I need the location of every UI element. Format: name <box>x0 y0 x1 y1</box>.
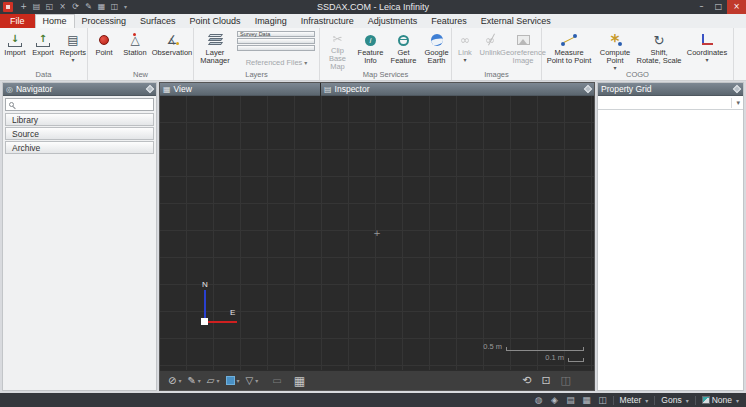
edit-icon[interactable]: ✎ <box>82 0 95 14</box>
ribbon-group-layers: Layer Manager Survey Data Referenced Fil… <box>194 28 320 80</box>
draw-tool-button[interactable]: ✎▾ <box>184 375 203 386</box>
tab-infrastructure[interactable]: Infrastructure <box>294 14 361 28</box>
canvas-center-marker: + <box>373 228 381 238</box>
tab-processing[interactable]: Processing <box>75 14 134 28</box>
tab-imaging[interactable]: Imaging <box>248 14 294 28</box>
ribbon: ↓ Import ↑ Export ▤ Reports ▾ Data Point… <box>0 28 746 81</box>
tab-surfaces[interactable]: Surfaces <box>133 14 183 28</box>
feature-info-button[interactable]: i Feature Info <box>354 29 387 71</box>
search-input[interactable] <box>17 100 150 109</box>
new-document-icon[interactable]: + <box>17 0 30 14</box>
compute-point-button[interactable]: * Compute Point ▾ <box>595 29 635 71</box>
view-headers: ▦ View ▤ Inspector <box>160 83 594 96</box>
tab-external-services[interactable]: External Services <box>474 14 558 28</box>
window-controls: – □ × <box>693 0 746 14</box>
maximize-button[interactable]: □ <box>710 0 727 14</box>
tab-adjustments[interactable]: Adjustments <box>361 14 425 28</box>
sidebar-item-archive[interactable]: Archive <box>5 141 154 154</box>
scale-primary-bracket <box>506 347 584 351</box>
compass-origin <box>201 318 208 325</box>
layer-manager-button[interactable]: Layer Manager <box>195 29 235 71</box>
import-button[interactable]: ↓ Import <box>1 29 29 71</box>
lock-view-button[interactable]: ◫ <box>561 374 571 387</box>
new-point-button[interactable]: Point <box>89 29 119 71</box>
coordinate-system-value: None <box>712 395 732 405</box>
save-icon[interactable]: ◱ <box>43 0 56 14</box>
background-color-icon <box>226 376 235 385</box>
refresh-icon[interactable]: ⟳ <box>69 0 82 14</box>
extra-tool-button[interactable]: ▭ <box>269 375 284 386</box>
ribbon-group-new: Point △ Station ∡ Observation New <box>88 28 194 80</box>
clip-base-map-button[interactable]: ✂ Clip Base Map <box>321 29 354 71</box>
chevron-down-icon: ▾ <box>255 377 258 384</box>
small-tool-icon: ▭ <box>272 375 281 386</box>
new-observation-button[interactable]: ∡ Observation <box>151 29 193 71</box>
property-selector-dropdown[interactable]: ▾ <box>598 96 743 110</box>
compass: N E <box>204 290 244 330</box>
get-feature-button[interactable]: Get Feature <box>387 29 420 71</box>
angle-unit-dropdown[interactable]: Gons ▾ <box>659 395 690 405</box>
grid-toggle-button[interactable]: ▦ <box>291 374 308 388</box>
statusbar: ◍ ◈ ▤ ▦ ◫ Meter ▾ Gons ▾ None ▾ <box>0 393 746 407</box>
app-logo-icon[interactable] <box>3 2 13 12</box>
measure-point-to-point-button[interactable]: Measure Point to Point <box>543 29 595 71</box>
chevron-down-icon: ▾ <box>463 57 466 63</box>
status-list-icon[interactable]: ▤ <box>565 393 577 407</box>
sidebar-item-source[interactable]: Source <box>5 127 154 140</box>
delete-icon[interactable]: × <box>56 0 69 14</box>
map-canvas[interactable]: + N E 0.5 m 0.1 m <box>160 96 594 370</box>
coordinates-button[interactable]: Coordinates ▾ <box>683 29 731 71</box>
snap-tool-button[interactable]: ⊘▾ <box>165 375 184 386</box>
inspector-panel-header[interactable]: ▤ Inspector <box>321 83 594 96</box>
quick-access-chevron-icon[interactable]: ▾ <box>121 0 130 14</box>
close-button[interactable]: × <box>727 0 746 14</box>
titlebar: + ▤ ◱ × ⟳ ✎ ▦ ◫ ▾ SSDAX.COM - Leica Infi… <box>0 0 746 14</box>
status-flag-icon[interactable]: ◈ <box>549 393 561 407</box>
sidebar-item-library[interactable]: Library <box>5 113 154 126</box>
scale-secondary-label: 0.1 m <box>545 353 564 362</box>
pin-icon[interactable] <box>146 85 154 93</box>
status-globe-icon[interactable]: ◍ <box>533 393 545 407</box>
distance-unit-dropdown[interactable]: Meter ▾ <box>618 395 651 405</box>
georeference-image-button[interactable]: Georeference Image <box>503 29 543 71</box>
pin-icon[interactable] <box>733 85 741 93</box>
shape-tool-button[interactable]: ▱▾ <box>204 375 223 386</box>
refresh-view-button[interactable]: ⟲ <box>522 374 531 387</box>
tab-file[interactable]: File <box>0 14 35 28</box>
open-project-icon[interactable]: ▤ <box>30 0 43 14</box>
chevron-down-icon: ▾ <box>178 377 181 384</box>
navigator-icon: ◎ <box>6 85 13 94</box>
unlink-icon: ∞ <box>485 33 495 47</box>
point-icon <box>99 35 109 45</box>
reports-button[interactable]: ▤ Reports ▾ <box>57 29 89 71</box>
filter-tool-button[interactable]: ▽▾ <box>243 375 262 386</box>
north-label: N <box>202 280 208 289</box>
new-station-button[interactable]: △ Station <box>119 29 151 71</box>
minimize-button[interactable]: – <box>693 0 710 14</box>
link-image-button[interactable]: ∞ Link ▾ <box>453 29 477 71</box>
ribbon-tabstrip: File Home Processing Surfaces Point Clou… <box>0 14 746 28</box>
shift-rotate-scale-button[interactable]: ↻ Shift, Rotate, Scale <box>635 29 683 71</box>
google-earth-button[interactable]: Google Earth <box>420 29 453 71</box>
chevron-down-icon: ▾ <box>645 397 648 404</box>
window-layout-icon[interactable]: ◫ <box>108 0 121 14</box>
chevron-down-icon: ▾ <box>198 377 201 384</box>
tab-point-clouds[interactable]: Point Clouds <box>183 14 248 28</box>
export-button[interactable]: ↑ Export <box>29 29 57 71</box>
scale-bar: 0.5 m 0.1 m <box>483 340 584 362</box>
tab-features[interactable]: Features <box>424 14 474 28</box>
background-tool-button[interactable]: ▾ <box>223 376 243 385</box>
pin-icon[interactable] <box>584 85 592 93</box>
status-window-icon[interactable]: ◫ <box>597 393 609 407</box>
status-grid-icon[interactable]: ▦ <box>581 393 593 407</box>
inspector-icon: ▤ <box>324 85 332 94</box>
table-icon[interactable]: ▦ <box>95 0 108 14</box>
layers-preview-gallery[interactable]: Survey Data <box>235 31 318 55</box>
view-panel-header[interactable]: ▦ View <box>160 83 320 96</box>
referenced-files-button[interactable]: Referenced Files ▾ <box>235 58 318 67</box>
statusbar-separator <box>695 396 696 405</box>
coordinate-system-dropdown[interactable]: None ▾ <box>700 395 741 405</box>
zoom-extent-button[interactable]: ⊡ <box>541 374 550 387</box>
get-feature-icon <box>398 35 409 46</box>
tab-home[interactable]: Home <box>35 14 75 28</box>
